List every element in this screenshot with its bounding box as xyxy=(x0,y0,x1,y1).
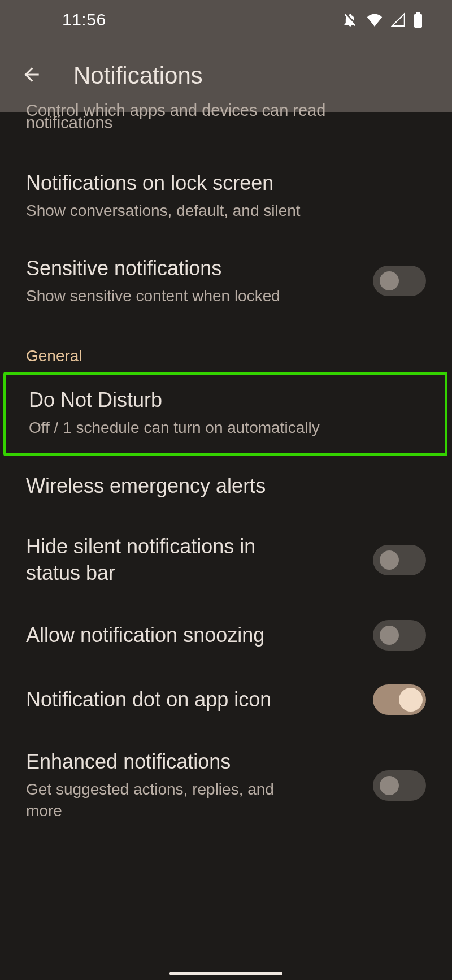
arrow-back-icon xyxy=(21,64,42,88)
status-bar: 11:56 xyxy=(0,0,452,40)
item-title: Do Not Disturb xyxy=(29,387,422,414)
page-title: Notifications xyxy=(73,62,203,89)
status-icons xyxy=(342,12,423,28)
item-desc: Show conversations, default, and silent xyxy=(26,200,426,222)
item-desc: Off / 1 schedule can turn on automatical… xyxy=(29,417,422,439)
item-wireless-emergency-alerts[interactable]: Wireless emergency alerts xyxy=(0,456,452,517)
back-button[interactable] xyxy=(19,63,44,88)
wifi-icon xyxy=(366,13,383,27)
item-desc: Get suggested actions, replies, and more xyxy=(26,779,297,822)
cutoff-item-desc[interactable]: Control which apps and devices can read … xyxy=(0,112,452,153)
item-desc: Show sensitive content when locked xyxy=(26,285,362,307)
item-sensitive-notifications[interactable]: Sensitive notifications Show sensitive c… xyxy=(0,239,452,324)
item-allow-snoozing[interactable]: Allow notification snoozing xyxy=(0,603,452,667)
toggle-thumb xyxy=(380,550,399,570)
item-title: Notification dot on app icon xyxy=(26,687,362,713)
svg-rect-0 xyxy=(414,14,422,28)
battery-icon xyxy=(414,12,423,28)
item-enhanced-notifications[interactable]: Enhanced notifications Get suggested act… xyxy=(0,732,452,838)
section-header-general: General xyxy=(0,323,452,372)
sensitive-notifications-toggle[interactable] xyxy=(373,266,426,296)
item-lock-screen-notifications[interactable]: Notifications on lock screen Show conver… xyxy=(0,153,452,239)
enhanced-toggle[interactable] xyxy=(373,770,426,801)
hide-silent-toggle[interactable] xyxy=(373,545,426,575)
item-title: Allow notification snoozing xyxy=(26,622,362,649)
item-title: Notifications on lock screen xyxy=(26,170,426,197)
item-title: Hide silent notifications in status bar xyxy=(26,534,308,587)
gesture-nav-bar[interactable] xyxy=(169,972,282,975)
snoozing-toggle[interactable] xyxy=(373,620,426,651)
toggle-thumb xyxy=(380,271,399,290)
status-clock: 11:56 xyxy=(62,10,106,29)
item-do-not-disturb[interactable]: Do Not Disturb Off / 1 schedule can turn… xyxy=(3,372,447,456)
cell-signal-icon xyxy=(391,12,406,27)
toggle-thumb xyxy=(380,626,399,645)
toggle-thumb xyxy=(399,688,423,712)
item-notification-dot[interactable]: Notification dot on app icon xyxy=(0,667,452,732)
notification-dot-toggle[interactable] xyxy=(373,684,426,715)
cutoff-ghost-line: Control which apps and devices can read xyxy=(26,99,399,122)
item-title: Wireless emergency alerts xyxy=(26,473,426,500)
item-title: Sensitive notifications xyxy=(26,255,362,282)
dnd-off-icon xyxy=(342,12,358,28)
svg-rect-1 xyxy=(416,12,420,14)
item-title: Enhanced notifications xyxy=(26,749,362,775)
settings-list[interactable]: Control which apps and devices can read … xyxy=(0,112,452,839)
toggle-thumb xyxy=(380,776,399,795)
item-hide-silent[interactable]: Hide silent notifications in status bar xyxy=(0,517,452,604)
